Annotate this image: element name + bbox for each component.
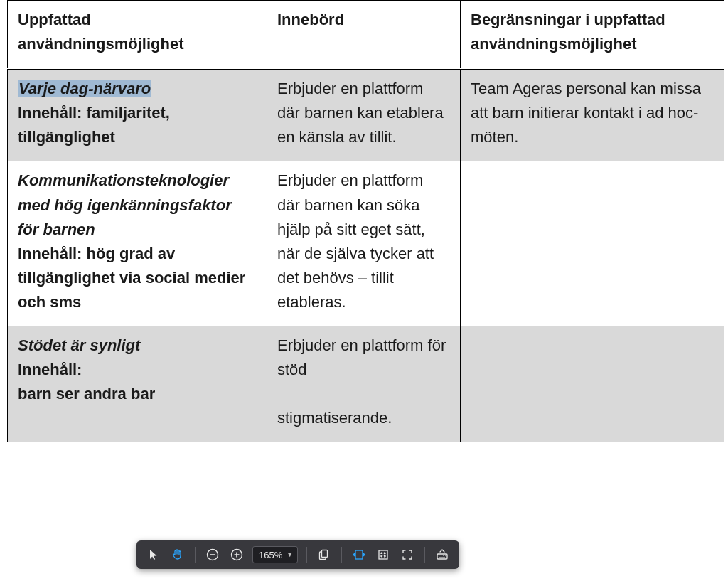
meaning-text[interactable]: Erbjuder en plattform för stöd	[277, 336, 446, 378]
caret-down-icon: ▼	[287, 551, 293, 558]
pdf-toolbar: 165% ▼	[136, 540, 459, 569]
cell-col3[interactable]: Team Ageras personal kan missa att barn …	[461, 69, 724, 161]
meaning-text-cut[interactable]: stigmatiserande.	[277, 409, 392, 427]
content-label[interactable]: Innehåll: hög grad av tillgänglighet via…	[18, 242, 257, 314]
content-label[interactable]: barn ser andra bar	[18, 382, 257, 406]
svg-rect-6	[355, 550, 363, 559]
fullscreen-icon	[401, 548, 414, 561]
fullscreen-button[interactable]	[396, 543, 419, 566]
cell-col1[interactable]: Stödet är synligt Innehåll: barn ser and…	[8, 326, 267, 442]
cell-col3[interactable]	[461, 326, 724, 442]
cell-col1[interactable]: Kommunikationsteknologier med hög igenkä…	[8, 161, 267, 326]
zoom-level-dropdown[interactable]: 165% ▼	[252, 546, 298, 563]
zoom-out-button[interactable]	[201, 543, 224, 566]
fit-width-icon	[352, 548, 366, 561]
toolbar-separator	[341, 547, 342, 563]
content-label[interactable]: Innehåll: familjaritet, tillgänglighet	[18, 101, 257, 149]
header-col2: Innebörd	[267, 1, 461, 69]
table-row: Stödet är synligt Innehåll: barn ser and…	[8, 326, 724, 442]
header-col1: Uppfattad användningsmöjlighet	[8, 1, 267, 69]
table-row: Varje dag-närvaro Innehåll: familjaritet…	[8, 69, 724, 161]
zoom-out-icon	[206, 548, 219, 561]
select-tool-button[interactable]	[142, 543, 165, 566]
pan-tool-button[interactable]	[166, 543, 189, 566]
header-col3: Begränsningar i uppfattad användningsmöj…	[461, 1, 724, 69]
fit-page-button[interactable]	[372, 543, 395, 566]
content-label[interactable]: Innehåll:	[18, 358, 257, 382]
cell-col2[interactable]: Erbjuder en plattform för stöd stigmatis…	[267, 326, 461, 442]
zoom-in-button[interactable]	[225, 543, 248, 566]
toolbar-separator	[306, 547, 307, 563]
row-title[interactable]: Kommunikationsteknologier med hög igenkä…	[18, 169, 257, 241]
keyboard-up-icon	[435, 548, 449, 561]
cell-col3[interactable]	[461, 161, 724, 326]
hand-pan-icon	[171, 548, 184, 561]
cell-col1[interactable]: Varje dag-närvaro Innehåll: familjaritet…	[8, 69, 267, 161]
zoom-in-icon	[230, 548, 243, 561]
table-header-row: Uppfattad användningsmöjlighet Innebörd …	[8, 1, 724, 69]
row-title[interactable]: Stödet är synligt	[18, 334, 257, 358]
copy-pages-icon	[318, 548, 331, 561]
toolbar-separator	[424, 547, 425, 563]
copy-pages-button[interactable]	[313, 543, 336, 566]
cell-col2[interactable]: Erbjuder en plattform där barnen kan eta…	[267, 69, 461, 161]
svg-rect-7	[379, 550, 387, 559]
select-arrow-icon	[148, 549, 159, 560]
svg-rect-8	[437, 554, 447, 559]
fit-page-icon	[377, 548, 390, 561]
cell-col2[interactable]: Erbjuder en plattform där barnen kan sök…	[267, 161, 461, 326]
fit-width-button[interactable]	[348, 543, 370, 566]
document-table: Uppfattad användningsmöjlighet Innebörd …	[7, 0, 724, 442]
svg-rect-5	[322, 550, 328, 558]
table-row: Kommunikationsteknologier med hög igenkä…	[8, 161, 724, 326]
zoom-value: 165%	[259, 550, 282, 560]
toolbar-separator	[195, 547, 196, 563]
show-keyboard-button[interactable]	[431, 543, 454, 566]
selected-text[interactable]: Varje dag-närvaro	[18, 80, 151, 97]
